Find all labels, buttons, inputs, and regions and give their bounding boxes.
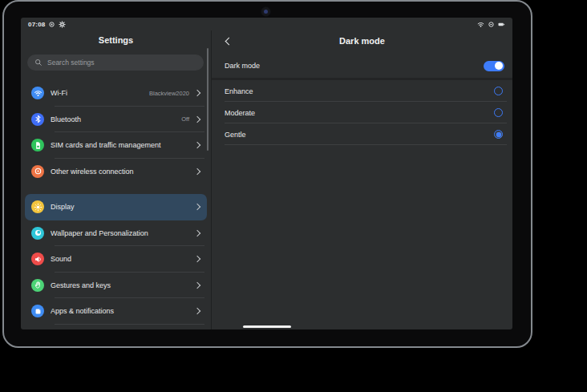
screen: 07:08 (21, 18, 512, 329)
page-title: Settings (21, 30, 211, 50)
do-not-disturb-icon (488, 21, 495, 28)
chevron-right-icon (194, 256, 200, 262)
search-placeholder: Search settings (47, 59, 95, 67)
option-enhance[interactable]: Enhance (212, 80, 512, 102)
option-moderate[interactable]: Moderate (212, 102, 512, 123)
sidebar-item-label: Sound (51, 255, 189, 263)
toggle-knob (495, 62, 503, 70)
search-icon (34, 59, 43, 67)
tablet-device: 07:08 (2, 0, 532, 348)
chevron-right-icon (194, 204, 200, 210)
status-bar: 07:08 (21, 18, 512, 30)
status-time: 07:08 (28, 21, 45, 28)
sidebar-item-sim-cards[interactable]: SIM cards and traffic management (25, 132, 207, 159)
home-indicator[interactable] (243, 325, 291, 328)
sidebar-item-apps-notifications[interactable]: Apps & notifications (25, 298, 207, 325)
battery-icon (498, 21, 505, 28)
chevron-right-icon (194, 168, 200, 175)
wifi-status-icon (477, 21, 484, 28)
radio-enhance[interactable] (494, 87, 503, 95)
sidebar-item-display[interactable]: Display (25, 194, 207, 220)
wallpaper-icon (31, 227, 44, 240)
panel-header: Dark mode (212, 30, 512, 51)
chevron-left-icon (225, 38, 233, 46)
radio-moderate[interactable] (494, 108, 503, 117)
chevron-right-icon (194, 230, 200, 236)
sidebar-item-label: Display (51, 203, 189, 211)
settings-list: Wi-Fi Blackview2020 Bluetooth Off (25, 80, 207, 325)
wireless-connection-icon (31, 165, 44, 178)
sidebar: Settings Search settings Wi-Fi Black (21, 30, 211, 329)
radio-gentle[interactable] (494, 130, 503, 139)
detail-panel: Dark mode Dark mode Enhance Moderate (212, 30, 512, 329)
gesture-hand-icon (31, 279, 44, 292)
display-sun-icon (31, 200, 44, 213)
search-input[interactable]: Search settings (27, 55, 204, 71)
dark-mode-toggle[interactable] (484, 61, 504, 71)
sidebar-item-sound[interactable]: Sound (25, 246, 207, 273)
stage: 07:08 (0, 0, 587, 392)
sound-speaker-icon (31, 253, 44, 265)
gear-icon (59, 21, 66, 28)
chevron-right-icon (194, 116, 200, 123)
sidebar-item-label: Wallpaper and Personalization (51, 229, 189, 237)
sidebar-item-wallpaper[interactable]: Wallpaper and Personalization (25, 220, 207, 247)
divider (55, 324, 204, 325)
option-label: Enhance (225, 87, 253, 95)
sidebar-item-bluetooth[interactable]: Bluetooth Off (25, 107, 207, 133)
panel-title: Dark mode (212, 30, 512, 51)
sidebar-item-label: Other wireless connection (51, 168, 189, 176)
back-button[interactable] (222, 35, 234, 47)
chevron-right-icon (194, 308, 200, 314)
sidebar-item-label: Gestures and keys (51, 281, 189, 289)
record-icon (48, 21, 55, 28)
sidebar-item-value: Blackview2020 (149, 90, 189, 97)
dark-mode-toggle-row[interactable]: Dark mode (212, 54, 512, 78)
chevron-right-icon (194, 142, 200, 148)
option-label: Gentle (225, 131, 246, 139)
sim-card-icon (31, 139, 44, 152)
sidebar-item-gestures[interactable]: Gestures and keys (25, 273, 207, 299)
sidebar-item-value: Off (181, 115, 189, 123)
apps-icon (31, 305, 44, 317)
sidebar-item-wifi[interactable]: Wi-Fi Blackview2020 (25, 80, 207, 107)
chevron-right-icon (194, 282, 200, 289)
scrollbar[interactable] (207, 48, 208, 151)
sidebar-item-label: Bluetooth (51, 115, 181, 123)
sidebar-item-label: Apps & notifications (51, 307, 189, 315)
chevron-right-icon (194, 90, 200, 96)
front-camera-icon (261, 6, 271, 17)
option-gentle[interactable]: Gentle (212, 123, 512, 145)
dark-mode-options: Enhance Moderate Gentle (212, 80, 512, 145)
sidebar-item-other-wireless[interactable]: Other wireless connection (25, 159, 207, 185)
option-label: Moderate (225, 109, 255, 117)
divider (225, 144, 507, 145)
wifi-icon (31, 87, 44, 99)
bluetooth-icon (31, 113, 44, 126)
toggle-label: Dark mode (225, 62, 260, 70)
sidebar-item-label: SIM cards and traffic management (51, 141, 189, 149)
sidebar-item-label: Wi-Fi (51, 89, 149, 97)
